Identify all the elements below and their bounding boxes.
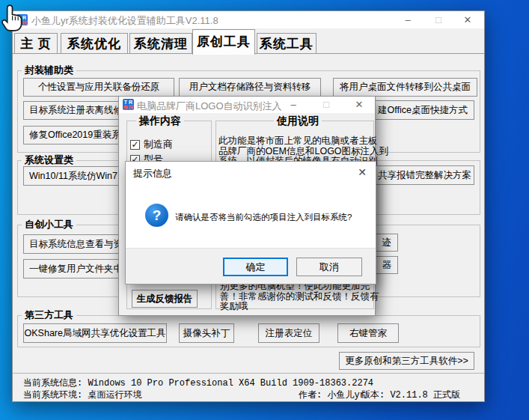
status-author: 作者: 小鱼儿yr (299, 389, 365, 401)
user-docs-transfer-button[interactable]: 用户文档存储路径与资料转移 (179, 78, 321, 97)
manufacturer-checkbox-label: 制造商 (144, 138, 173, 151)
logo-minimize-icon[interactable]: – (281, 97, 306, 113)
share-error-fix-button[interactable]: 共享报错完整解决方案 (372, 165, 474, 185)
rightclick-manager-button[interactable]: 右键管家 (337, 323, 399, 343)
ok-button[interactable]: 确定 (223, 258, 288, 276)
logo-window-titlebar[interactable]: T R鱼技 电脑品牌厂商LOGO自动识别注入 – □ ✕ (119, 97, 375, 113)
main-titlebar[interactable]: T R鱼技 小鱼儿yr系统封装优化设置辅助工具V2.11.8 – □ ✕ (13, 11, 484, 28)
group-self-made-tools-label: 自创小工具 (22, 219, 76, 230)
generate-feedback-button[interactable]: 生成反馈报告 (132, 290, 198, 308)
logo-window-app-icon: T R鱼技 (123, 99, 134, 110)
cancel-button[interactable]: 取消 (296, 258, 362, 276)
group-packaging-aid-label: 封装辅助类 (22, 65, 76, 76)
group-third-party-tools-label: 第三方工具 (22, 310, 76, 320)
tab-system-clean[interactable]: 系统清理 (129, 33, 192, 54)
status-environment: 当前系统环境: 桌面运行环境 (23, 389, 141, 401)
personal-settings-backup-button[interactable]: 个性设置与应用关联备份还原 (23, 78, 174, 97)
hand-cursor (1, 4, 24, 35)
registry-locate-button[interactable]: 注册表定位 (258, 323, 319, 343)
desktop-files-transfer-button[interactable]: 将用户桌面文件转移到公共桌面 (333, 78, 477, 97)
dialog-titlebar[interactable]: 提示信息 ✕ (126, 162, 376, 183)
dialog-close-icon[interactable]: ✕ (358, 167, 367, 177)
question-icon: ? (145, 204, 168, 227)
status-system-info: 当前系统信息: Windows 10 Pro Professional X64 … (23, 377, 373, 389)
usage-text-bottom: 别更多的电脑机型！使此功能更加完 善！非常感谢你的测试和反馈！反馈有 奖励哦 (220, 281, 379, 312)
check-icon: ✓ (131, 139, 138, 150)
usage-instructions-label: 使用说明 (274, 115, 322, 126)
usage-top-line2: 品牌厂商的OEM信息和LOGO图标注入到 (218, 147, 388, 157)
logo-close-icon[interactable]: ✕ (346, 97, 372, 113)
camera-patch-button[interactable]: 摄像头补丁 (179, 323, 234, 343)
operation-content-label: 操作内容 (136, 115, 184, 126)
dialog-title: 提示信息 (133, 167, 172, 180)
office-shortcut-rebuild-button[interactable]: 建Office桌面快捷方式 (372, 100, 474, 120)
more-tools-button[interactable]: 更多原创和第三方工具软件>> (339, 352, 474, 370)
logo-window-title: 电脑品牌厂商LOGO自动识别注入 (137, 100, 282, 113)
dialog-message: 请确认是否将当前勾选的项目注入到目标系统? (175, 212, 352, 223)
close-icon[interactable]: ✕ (455, 11, 480, 28)
tab-original-tools[interactable]: 原创工具 (192, 29, 255, 55)
minimize-icon[interactable]: – (395, 11, 421, 28)
manufacturer-checkbox[interactable]: ✓ (130, 140, 140, 150)
tab-system-tools[interactable]: 系统工具 (257, 33, 317, 54)
manufacturer-checkbox-row[interactable]: ✓ 制造商 (130, 138, 173, 151)
tab-home[interactable]: 主 页 (14, 33, 58, 54)
usage-bottom-line2: 善！非常感谢你的测试和反馈！反馈有 (220, 292, 379, 302)
usage-bottom-line3: 奖励哦 (220, 302, 379, 312)
tab-system-optimize[interactable]: 系统优化 (61, 33, 128, 54)
usage-top-line1: 此功能是将市面上常见的电脑或者主板 (218, 136, 388, 147)
okshare-button[interactable]: OKShare局域网共享优化设置工具 (23, 323, 167, 343)
logo-maximize-icon[interactable]: □ (314, 97, 339, 113)
group-system-settings-label: 系统设置类 (22, 155, 76, 165)
prompt-dialog: 提示信息 ✕ ? 请确认是否将当前勾选的项目注入到目标系统? 确定 取消 (125, 161, 376, 284)
status-version: 版本: V2.11.8 正式版 (361, 389, 460, 401)
maximize-icon[interactable]: □ (426, 11, 451, 28)
main-window-title: 小鱼儿yr系统封装优化设置辅助工具V2.11.8 (31, 14, 218, 28)
status-separator (13, 373, 484, 374)
